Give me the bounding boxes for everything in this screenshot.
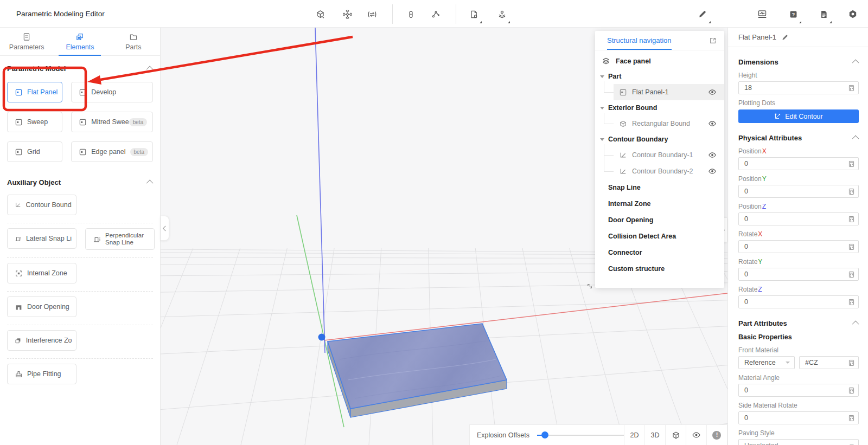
tab-elements[interactable]: Elements bbox=[53, 28, 106, 55]
position-z-input[interactable] bbox=[739, 213, 858, 225]
explosion-offsets-slider[interactable] bbox=[537, 431, 624, 439]
collapse-chevron-icon[interactable] bbox=[852, 135, 859, 142]
visibility-eye-icon[interactable] bbox=[708, 119, 717, 128]
tree-group-connector[interactable]: Connector bbox=[595, 244, 724, 261]
develop-button[interactable]: Develop bbox=[71, 82, 153, 102]
tab-parameters[interactable]: Parameters bbox=[0, 28, 53, 55]
sweep-button[interactable]: Sweep bbox=[7, 112, 62, 132]
slider-track[interactable] bbox=[537, 435, 624, 436]
visibility-eye-icon[interactable] bbox=[708, 167, 717, 176]
edit-contour-button[interactable]: Edit Contour bbox=[738, 109, 859, 123]
material-angle-input[interactable] bbox=[739, 384, 858, 396]
formula-calculator-icon[interactable] bbox=[848, 160, 855, 167]
layers-pin-icon[interactable] bbox=[495, 8, 508, 21]
panel-resize-handle[interactable] bbox=[586, 282, 593, 290]
height-input[interactable] bbox=[739, 82, 858, 94]
rotate-x-input[interactable] bbox=[739, 241, 858, 253]
mitred-sweep-button[interactable]: Mitred Swee beta bbox=[71, 112, 153, 132]
lateral-snap-line-button[interactable]: Lateral Snap Line bbox=[7, 228, 76, 249]
position-y-input[interactable] bbox=[739, 185, 858, 197]
document-icon[interactable] bbox=[817, 8, 830, 21]
tree-root-face-panel[interactable]: Face panel bbox=[595, 54, 724, 69]
formula-calculator-icon[interactable] bbox=[848, 216, 855, 223]
tree-group-exterior-bound[interactable]: Exterior Bound bbox=[595, 100, 724, 115]
expand-triangle-icon[interactable] bbox=[600, 138, 604, 141]
tree-group-custom-structure[interactable]: Custom structure bbox=[595, 261, 724, 277]
formula-calculator-icon[interactable] bbox=[848, 387, 855, 394]
link-binding-icon[interactable] bbox=[404, 8, 417, 21]
formula-calculator-icon[interactable] bbox=[848, 299, 855, 306]
interference-zone-button[interactable]: Interference Zone bbox=[7, 330, 76, 351]
help-icon[interactable]: ? bbox=[787, 8, 800, 21]
pencil-edit-icon[interactable] bbox=[696, 8, 709, 21]
contour-boundary-button[interactable]: Contour Boundary bbox=[7, 195, 76, 215]
structure-tree: Face panel Part Flat Panel-1 Exterior Bo… bbox=[595, 50, 724, 277]
tree-item-flat-panel-1[interactable]: Flat Panel-1 bbox=[595, 84, 724, 100]
formula-calculator-icon[interactable] bbox=[848, 243, 855, 250]
visibility-eye-icon[interactable] bbox=[708, 151, 717, 159]
left-panel-collapse-button[interactable] bbox=[161, 216, 169, 241]
basic-properties-subtitle: Basic Properties bbox=[738, 333, 859, 341]
side-material-rotate-input[interactable] bbox=[739, 412, 858, 424]
collapse-chevron-icon[interactable] bbox=[146, 66, 154, 73]
view-2d-button[interactable]: 2D bbox=[624, 425, 644, 445]
formula-calculator-icon[interactable] bbox=[848, 85, 855, 92]
expand-triangle-icon[interactable] bbox=[600, 75, 604, 78]
popout-icon[interactable] bbox=[709, 37, 717, 44]
front-material-mode-select[interactable]: Reference bbox=[738, 356, 795, 369]
tab-parts[interactable]: Parts bbox=[107, 28, 160, 55]
pattern-dissolve-icon[interactable] bbox=[341, 8, 354, 21]
warnings-button[interactable]: ! bbox=[706, 425, 727, 445]
button-label: Perpendicular Snap Line bbox=[105, 232, 148, 246]
grid-button[interactable]: Grid bbox=[7, 141, 62, 162]
tree-label: Snap Line bbox=[608, 184, 641, 191]
box-3d-icon[interactable] bbox=[314, 8, 327, 21]
rotate-z-field bbox=[738, 295, 859, 308]
formula-calculator-icon[interactable] bbox=[848, 359, 855, 366]
tree-group-collision-detect-area[interactable]: Collision Detect Area bbox=[595, 228, 724, 244]
collapse-chevron-icon[interactable] bbox=[852, 59, 859, 66]
paving-style-label: Paving Style bbox=[738, 429, 859, 437]
tree-item-rectangular-bound[interactable]: Rectangular Bound bbox=[595, 115, 724, 132]
origin-point[interactable] bbox=[318, 334, 326, 341]
select-value: Reference bbox=[744, 359, 776, 366]
tree-group-contour-boundary[interactable]: Contour Boundary bbox=[595, 132, 724, 147]
document-gear-icon[interactable] bbox=[467, 8, 480, 21]
tree-group-door-opening[interactable]: Door Opening bbox=[595, 212, 724, 228]
isometric-view-button[interactable] bbox=[665, 425, 686, 445]
rotate-z-input[interactable] bbox=[739, 296, 858, 308]
tree-group-part[interactable]: Part bbox=[595, 69, 724, 84]
tree-item-contour-boundary-2[interactable]: Contour Boundary-2 bbox=[595, 163, 724, 179]
slider-handle[interactable] bbox=[541, 431, 548, 438]
perpendicular-snap-line-button[interactable]: Perpendicular Snap Line bbox=[85, 228, 155, 250]
edge-panel-button[interactable]: Edge panel beta bbox=[71, 141, 153, 162]
rename-pencil-icon[interactable] bbox=[781, 34, 789, 41]
visibility-eye-icon[interactable] bbox=[708, 88, 717, 96]
node-branch-icon[interactable] bbox=[429, 8, 442, 21]
position-x-input[interactable] bbox=[739, 158, 858, 170]
collapse-chevron-icon[interactable] bbox=[852, 320, 859, 327]
section-dimensions: Dimensions bbox=[738, 57, 859, 67]
paving-style-select[interactable]: Unselected bbox=[738, 439, 859, 445]
formula-calculator-icon[interactable] bbox=[848, 415, 855, 422]
flat-panel-object[interactable] bbox=[328, 324, 507, 417]
flat-panel-button[interactable]: Flat Panel bbox=[7, 82, 62, 102]
swap-arrows-icon[interactable] bbox=[366, 8, 379, 21]
pipe-fitting-button[interactable]: Pipe Fitting bbox=[7, 364, 76, 384]
expand-triangle-icon[interactable] bbox=[600, 107, 604, 109]
door-opening-button[interactable]: Door Opening bbox=[7, 296, 76, 317]
tree-group-internal-zone[interactable]: Internal Zone bbox=[595, 196, 724, 212]
tree-group-snap-line[interactable]: Snap Line bbox=[595, 179, 724, 196]
visibility-button[interactable] bbox=[686, 425, 706, 445]
tree-label: Custom structure bbox=[608, 265, 665, 273]
rotate-y-input[interactable] bbox=[739, 268, 858, 280]
screen-activity-icon[interactable] bbox=[756, 8, 769, 21]
internal-zone-button[interactable]: Internal Zone bbox=[7, 263, 76, 283]
formula-calculator-icon[interactable] bbox=[848, 188, 855, 195]
settings-nut-icon[interactable] bbox=[846, 8, 859, 21]
formula-calculator-icon[interactable] bbox=[848, 271, 855, 278]
collapse-chevron-icon[interactable] bbox=[146, 180, 154, 187]
structural-navigation-tab[interactable]: Structural navigation bbox=[607, 36, 672, 44]
view-3d-button[interactable]: 3D bbox=[644, 425, 665, 445]
tree-item-contour-boundary-1[interactable]: Contour Boundary-1 bbox=[595, 147, 724, 163]
